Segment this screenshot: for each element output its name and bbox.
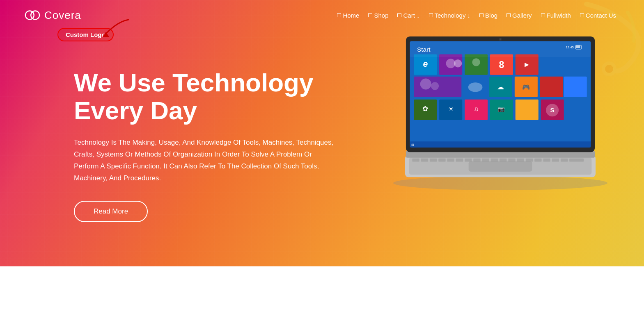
svg-text:☀: ☀: [448, 105, 454, 112]
svg-text:🎮: 🎮: [522, 83, 530, 91]
read-more-button[interactable]: Read More: [74, 201, 148, 222]
svg-rect-9: [412, 159, 419, 162]
svg-rect-26: [561, 159, 568, 162]
nav-contact[interactable]: Contact Us: [577, 10, 619, 20]
svg-rect-51: [516, 100, 539, 120]
logo-area: Covera Custom Logo: [25, 7, 81, 23]
nav-gallery[interactable]: Gallery: [503, 10, 535, 20]
svg-rect-45: [540, 77, 563, 97]
svg-rect-10: [421, 159, 428, 162]
svg-point-5: [393, 176, 607, 190]
svg-text:♫: ♫: [474, 105, 479, 112]
svg-point-57: [472, 58, 480, 66]
svg-rect-46: [564, 77, 587, 97]
svg-rect-8: [469, 161, 532, 172]
svg-rect-12: [438, 159, 445, 162]
nav-blog[interactable]: Blog: [476, 10, 501, 20]
svg-rect-21: [517, 159, 524, 162]
svg-rect-14: [456, 159, 463, 162]
svg-rect-13: [447, 159, 454, 162]
svg-text:⊞: ⊞: [411, 143, 414, 147]
nav-shop[interactable]: Shop: [365, 10, 392, 20]
svg-rect-15: [465, 159, 472, 162]
hero-description: Technology Is The Making, Usage, And Kno…: [74, 137, 337, 184]
svg-rect-23: [534, 159, 541, 162]
svg-point-3: [31, 11, 39, 20]
svg-rect-18: [491, 159, 498, 162]
svg-text:8: 8: [499, 59, 504, 70]
nav-square-icon: [541, 13, 545, 17]
nav-fullwidth[interactable]: Fullwidth: [538, 10, 574, 20]
nav-home[interactable]: Home: [334, 10, 362, 20]
svg-rect-25: [552, 159, 559, 162]
custom-logo-badge: Custom Logo: [57, 28, 114, 41]
svg-point-56: [454, 59, 462, 67]
svg-rect-27: [569, 159, 584, 162]
below-hero-section: [0, 266, 644, 309]
svg-rect-22: [526, 159, 533, 162]
site-header: Covera Custom Logo Home Shop: [0, 0, 644, 30]
hero-section: Covera Custom Logo Home Shop: [0, 0, 644, 266]
nav-technology[interactable]: Technology ↓: [426, 10, 474, 20]
svg-text:📷: 📷: [498, 106, 505, 113]
main-nav: Home Shop Cart ↓ Technology ↓ Blog: [334, 10, 619, 20]
laptop-image: Start 12:45: [381, 25, 619, 193]
svg-point-61: [431, 82, 439, 90]
svg-point-72: [500, 39, 501, 40]
svg-rect-11: [430, 159, 437, 162]
nav-square-icon: [368, 13, 372, 17]
svg-text:S: S: [550, 107, 554, 114]
svg-rect-24: [543, 159, 550, 162]
nav-square-icon: [580, 13, 584, 17]
svg-point-62: [468, 82, 483, 92]
svg-rect-19: [500, 159, 506, 162]
hero-title: We Use Technology Every Day: [74, 69, 337, 125]
laptop-svg: Start 12:45: [381, 25, 619, 191]
svg-point-60: [420, 78, 431, 89]
nav-square-icon: [429, 13, 433, 17]
svg-rect-17: [482, 159, 489, 162]
nav-square-icon: [397, 13, 401, 17]
nav-square-icon: [337, 13, 341, 17]
svg-rect-73: [410, 41, 591, 57]
svg-rect-74: [410, 141, 591, 148]
svg-text:☁: ☁: [497, 83, 504, 91]
brand-name: Covera: [44, 9, 81, 22]
svg-text:e: e: [423, 59, 428, 69]
logo-icon: [25, 7, 40, 23]
svg-rect-53: [565, 100, 587, 120]
hero-text-block: We Use Technology Every Day Technology I…: [74, 44, 337, 222]
svg-rect-16: [473, 159, 480, 162]
svg-text:✿: ✿: [422, 105, 428, 113]
nav-cart[interactable]: Cart ↓: [394, 10, 423, 20]
nav-square-icon: [479, 13, 484, 17]
svg-text:▶: ▶: [525, 61, 529, 68]
svg-rect-20: [508, 159, 515, 162]
nav-square-icon: [506, 13, 511, 17]
